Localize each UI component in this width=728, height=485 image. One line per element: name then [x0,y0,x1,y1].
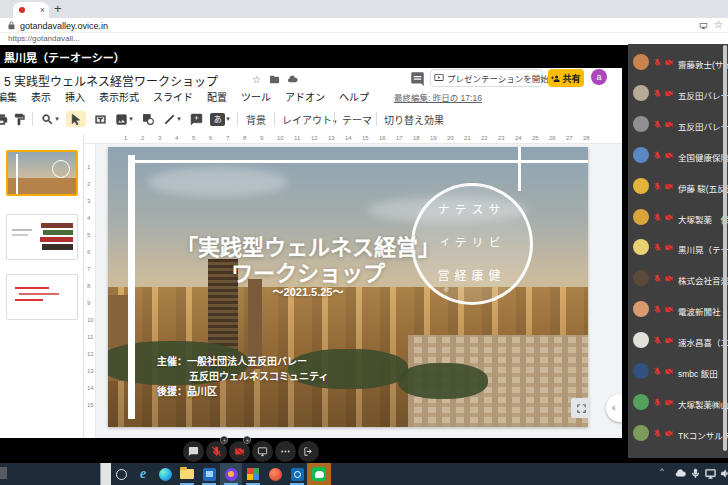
taskbar-icon-shield-app[interactable] [223,466,239,482]
taskbar-icon-internet-explorer[interactable]: e [135,466,151,482]
participant-row[interactable]: 大塚製薬 保土田 [628,205,728,231]
status-link-text: https://gotandavall... [8,34,80,43]
participant-avatar [633,85,649,101]
participant-row[interactable]: 株式会社音楽館 石井 [628,266,728,292]
bookmark-star-icon[interactable]: ☆ [714,19,723,30]
participant-row[interactable]: 大塚製薬㈱山田直広 [628,390,728,416]
insert-shape-tool[interactable] [140,111,156,127]
menu-bar: 編集表示挿入表示形式スライド配置ツールアドオンヘルプ [0,88,376,104]
account-avatar[interactable]: a [591,69,607,85]
paint-format-icon[interactable] [12,111,26,127]
slide-thumbnail-1[interactable] [6,150,78,196]
thumb3-text-line [19,293,59,295]
participant-row[interactable]: 伊藤 駿(五反田計画/ [628,174,728,200]
tab-capture-icon[interactable] [698,21,709,30]
participant-row[interactable]: 五反田バレー 中村 [628,81,728,107]
menu-item-ヘルプ[interactable]: ヘルプ [332,89,376,104]
partial-window-button[interactable] [100,463,111,485]
tray-chevron-up-icon[interactable]: ^ [660,466,664,475]
more-button[interactable] [275,441,296,462]
print-icon[interactable] [0,111,8,127]
screen-share-icon [257,446,268,457]
participant-row[interactable]: TKコンサルティング [628,421,728,447]
zoom-tool[interactable]: ▾ [38,111,62,127]
participant-row[interactable]: 速水昌喜（エムフィ [628,328,728,354]
taskbar-icon-file-explorer[interactable] [179,466,195,482]
document-title[interactable]: 5 実践型ウェルネス経営ワークショップ [4,72,218,89]
background-button[interactable]: 背景 [246,112,266,127]
star-document-icon[interactable]: ☆ [252,74,261,85]
vertical-ruler: 123456789101112131415 [84,144,96,438]
menu-item-表示形式[interactable]: 表示形式 [92,89,146,104]
settings-gear-icon[interactable] [243,436,251,444]
taskbar-icon-line[interactable] [311,466,327,482]
taskbar-icon-cortana[interactable] [113,466,129,482]
ruler-number: 5 [192,135,195,141]
new-tab-button[interactable]: + [54,1,62,16]
taskbar-icon-red-app[interactable] [267,466,283,482]
taskbar-icon-edge[interactable] [157,466,173,482]
ruler-number: 8 [87,283,90,289]
sidebar-scrollbar[interactable] [723,45,727,451]
browser-tab[interactable]: × [13,2,49,18]
share-button[interactable]: 共有 [548,69,584,87]
chat-icon [188,446,199,457]
ruler-number: 22 [481,135,488,141]
thumb2-book [42,244,73,250]
participant-avatar [633,394,649,410]
taskbar-icon-store[interactable] [201,466,217,482]
fit-zoom-button[interactable] [571,398,591,418]
mic-off-button[interactable] [206,441,227,462]
menu-item-スライド[interactable]: スライド [146,89,200,104]
ruler-number: 6 [209,135,212,141]
menu-item-アドオン[interactable]: アドオン [278,89,332,104]
thumb1-white-bar [16,154,18,194]
participant-row[interactable]: 黒川晃（テーオーシー [628,235,728,261]
taskbar-icon-outlook[interactable] [289,466,305,482]
leave-button[interactable] [298,441,319,462]
ruler-number: 11 [87,334,93,340]
participant-row[interactable]: smbc 飯田 [628,359,728,385]
text-box-tool[interactable] [92,111,108,127]
insert-image-tool[interactable]: ▾ [112,111,136,127]
taskbar-icon-tiles-app[interactable] [245,466,261,482]
insert-comment-tool[interactable] [188,111,204,127]
leave-icon [303,446,314,457]
input-tools-button[interactable]: あ▾ [208,111,232,127]
participant-row[interactable]: 齋藤敦士(サイショウ [628,50,728,76]
ruler-number: 9 [87,300,90,306]
slide-page[interactable]: サステナビリティ健康経営 ® 「実践型ウェルネス経営」 ワークショップ ～202… [108,147,588,427]
url-text[interactable]: gotandavalley.ovice.in [20,21,108,31]
theme-button[interactable]: テーマ [342,112,372,127]
participant-name: 電波新聞社 平山勉 [678,305,728,317]
slide-thumbnail-3[interactable] [6,274,78,320]
menu-item-ツール[interactable]: ツール [234,89,278,104]
last-edit-link[interactable]: 最終編集: 昨日の 17:16 [394,91,482,103]
toolbar: ▾ ▾ ▾ あ▾ 背景 レイアウト▾ テーマ 切り替え効果 [0,104,622,134]
start-presentation-button[interactable]: プレゼンテーションを開始 ▾ [430,69,543,87]
menu-item-編集[interactable]: 編集 [0,89,24,104]
address-bar[interactable]: gotandavalley.ovice.in ☆ [0,18,728,33]
chat-button[interactable] [183,441,204,462]
camera-off-button[interactable] [229,441,250,462]
ruler-number: 1 [124,135,127,141]
transition-button[interactable]: 切り替え効果 [384,112,444,127]
ruler-number: 3 [158,135,161,141]
participant-avatar [633,147,649,163]
participant-row[interactable]: 電波新聞社 平山勉 [628,297,728,323]
layout-button[interactable]: レイアウト▾ [282,112,337,127]
move-folder-icon[interactable] [269,74,280,85]
insert-line-tool[interactable]: ▾ [160,111,184,127]
select-tool[interactable] [66,111,86,127]
menu-item-挿入[interactable]: 挿入 [58,89,92,104]
cloud-shape [148,167,288,197]
slide-thumbnail-2[interactable] [6,214,78,260]
settings-gear-icon[interactable] [220,436,228,444]
participant-row[interactable]: 五反田バレー森 [628,112,728,138]
screen-share-button[interactable] [252,441,273,462]
menu-item-配置[interactable]: 配置 [200,89,234,104]
comment-history-icon[interactable] [410,71,425,86]
menu-item-表示[interactable]: 表示 [24,89,58,104]
tab-close-icon[interactable]: × [40,4,45,16]
participant-row[interactable]: 全国健康保険協会東京 [628,143,728,169]
